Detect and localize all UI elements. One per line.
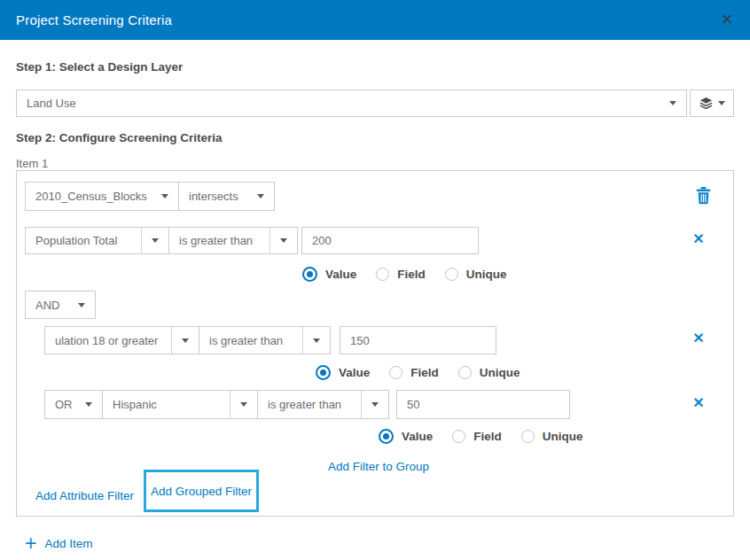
chevron-down-icon [257, 194, 264, 198]
radio-unique[interactable] [458, 366, 472, 379]
plus-icon: + [25, 533, 36, 554]
target-layer-select-value: 2010_Census_Blocks [26, 190, 158, 203]
filter-2-value-type-radios: Value Field Unique [316, 365, 540, 380]
design-layer-select[interactable]: Land Use [16, 89, 687, 117]
dialog-title: Project Screening Criteria [16, 12, 172, 27]
filter-2-operator-select[interactable]: is greater than [199, 326, 331, 354]
add-grouped-filter-link[interactable]: Add Grouped Filter [151, 485, 252, 498]
filter-3-operator-select[interactable]: is greater than [257, 390, 389, 419]
filter-1-operator-value: is greater than [169, 234, 270, 247]
radio-value[interactable] [302, 267, 317, 282]
chevron-down-icon [313, 338, 320, 343]
chevron-down-icon [78, 303, 85, 307]
spatial-operator-select[interactable]: intersects [178, 182, 275, 211]
layer-options-button[interactable] [690, 89, 734, 117]
delete-item-trash-icon[interactable] [696, 187, 711, 208]
radio-value-label: Value [325, 268, 356, 281]
chevron-down-icon [182, 338, 189, 343]
filter-3-value-input[interactable] [396, 390, 570, 419]
filter-3-field-value: Hispanic [103, 398, 230, 411]
radio-field-label: Field [473, 430, 502, 443]
item-1-label: Item 1 [16, 157, 48, 170]
dialog-header: Project Screening Criteria [0, 0, 750, 40]
chevron-down-icon [240, 402, 247, 407]
layers-icon [699, 97, 713, 110]
radio-unique-label: Unique [480, 366, 520, 379]
filter-2-operator-value: is greater than [199, 334, 302, 347]
add-grouped-filter-highlight: Add Grouped Filter [144, 470, 259, 512]
add-attribute-filter-link[interactable]: Add Attribute Filter [35, 489, 134, 502]
add-item-label: Add Item [44, 537, 92, 550]
chevron-down-icon [718, 101, 725, 105]
chevron-down-icon [371, 402, 379, 407]
filter-3-field-select[interactable]: Hispanic [102, 390, 258, 419]
target-layer-select[interactable]: 2010_Census_Blocks [25, 182, 179, 211]
remove-filter-1-icon[interactable]: ✕ [691, 231, 707, 247]
filter-1-operator-select[interactable]: is greater than [168, 227, 298, 254]
radio-unique[interactable] [521, 430, 535, 443]
filter-2-field-value: ulation 18 or greater [45, 334, 171, 347]
group-connector-select[interactable]: AND [25, 291, 96, 319]
radio-unique[interactable] [445, 268, 458, 281]
chevron-down-icon [280, 238, 287, 243]
remove-filter-2-icon[interactable]: ✕ [691, 331, 707, 346]
filter-3-connector-select[interactable]: OR [44, 390, 103, 419]
filter-3-connector-value: OR [45, 398, 82, 411]
radio-value-label: Value [402, 430, 433, 443]
radio-field-label: Field [397, 268, 426, 281]
add-filter-to-group-link[interactable]: Add Filter to Group [328, 460, 429, 473]
group-connector-value: AND [26, 299, 74, 312]
filter-1-field-value: Population Total [26, 234, 141, 247]
chevron-down-icon [152, 238, 159, 243]
step1-label: Step 1: Select a Design Layer [16, 60, 183, 74]
filter-3-value-type-radios: Value Field Unique [379, 429, 603, 444]
spatial-operator-select-value: intersects [179, 190, 254, 203]
chevron-down-icon [669, 101, 676, 105]
chevron-down-icon [161, 194, 168, 198]
radio-value-label: Value [339, 366, 370, 379]
filter-1-value-type-radios: Value Field Unique [302, 267, 527, 282]
radio-unique-label: Unique [466, 268, 507, 281]
radio-field[interactable] [389, 366, 402, 379]
radio-value[interactable] [379, 429, 394, 444]
radio-value[interactable] [316, 365, 331, 380]
close-icon[interactable]: ✕ [717, 11, 737, 30]
filter-2-field-select[interactable]: ulation 18 or greater [44, 326, 199, 354]
add-item-button[interactable]: + Add Item [25, 533, 92, 554]
radio-unique-label: Unique [543, 430, 583, 443]
radio-field[interactable] [452, 430, 465, 443]
radio-field[interactable] [376, 268, 389, 281]
chevron-down-icon [85, 402, 92, 407]
filter-1-value-input[interactable] [301, 227, 479, 254]
step2-label: Step 2: Configure Screening Criteria [16, 131, 223, 144]
filter-3-operator-value: is greater than [258, 398, 361, 411]
filter-1-field-select[interactable]: Population Total [25, 227, 169, 254]
design-layer-select-value: Land Use [17, 97, 666, 110]
radio-field-label: Field [410, 366, 439, 379]
remove-filter-3-icon[interactable]: ✕ [691, 395, 707, 411]
filter-2-value-input[interactable] [340, 326, 496, 354]
